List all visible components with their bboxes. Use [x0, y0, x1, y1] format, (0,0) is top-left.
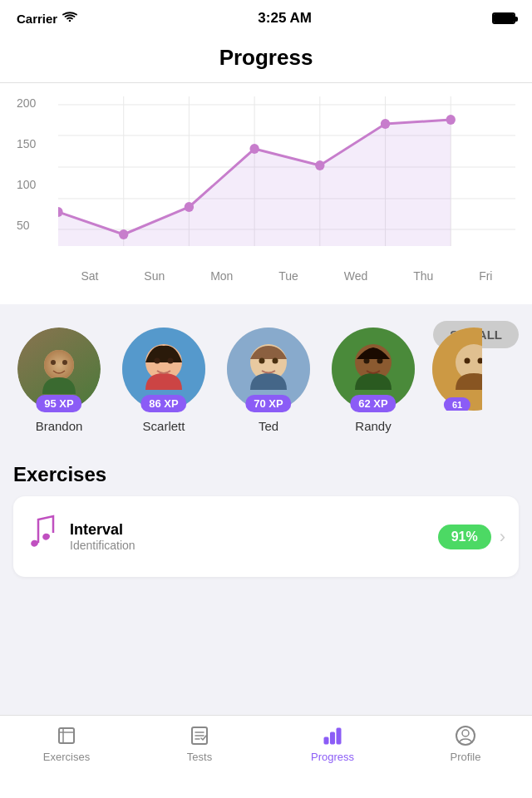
svg-point-46	[462, 730, 469, 736]
svg-point-16	[381, 119, 390, 129]
tab-exercises-label: Exercises	[43, 751, 90, 763]
tab-profile-label: Profile	[451, 751, 481, 763]
svg-point-14	[249, 144, 259, 154]
leaderboard-item: 86 XP Scarlett	[118, 328, 209, 433]
leaderboard-item: 70 XP Ted	[223, 328, 314, 433]
carrier-label: Carrier	[17, 12, 57, 26]
exercise-name: Interval	[70, 521, 425, 539]
profile-tab-icon	[454, 724, 477, 747]
exercises-title: Exercises	[13, 463, 519, 486]
svg-point-20	[51, 360, 56, 365]
svg-point-21	[62, 360, 67, 365]
tab-progress[interactable]: Progress	[266, 724, 399, 763]
exercises-tab-icon	[55, 724, 78, 747]
tab-tests[interactable]: Tests	[133, 724, 266, 763]
progress-tab-icon	[321, 724, 344, 747]
xp-badge-brandon: 95 XP	[36, 395, 81, 412]
chart-svg	[58, 96, 515, 263]
svg-rect-44	[337, 728, 341, 744]
svg-rect-38	[59, 728, 74, 743]
tests-tab-icon	[188, 724, 211, 747]
avatars-row: 95 XP Brandon 86 XP	[13, 328, 519, 433]
avatar-name-randy: Randy	[355, 419, 391, 433]
music-note-icon	[27, 513, 57, 560]
leaderboard-item: 95 XP Brandon	[13, 328, 105, 433]
avatar-name-ted: Ted	[259, 419, 278, 433]
avatar-wrapper-j: 61	[432, 328, 482, 411]
chevron-right-icon: ›	[500, 526, 505, 548]
svg-point-12	[119, 229, 128, 239]
exercise-card[interactable]: Interval Identification 91% ›	[13, 496, 519, 577]
tab-progress-label: Progress	[311, 751, 354, 763]
progress-badge: 91%	[438, 525, 491, 549]
chart-container: 200 150 100 50	[17, 96, 515, 296]
svg-point-25	[168, 358, 174, 364]
carrier-info: Carrier	[17, 12, 77, 26]
avatar-name-brandon: Brandon	[36, 419, 83, 433]
svg-point-15	[315, 160, 324, 170]
svg-point-19	[44, 350, 74, 380]
tab-tests-label: Tests	[187, 751, 212, 763]
exercise-info: Interval Identification	[70, 521, 425, 552]
svg-point-13	[185, 202, 194, 212]
chart-y-labels: 200 150 100 50	[17, 96, 36, 263]
exercise-progress: 91% ›	[438, 525, 505, 549]
svg-rect-42	[324, 737, 328, 744]
leaderboard-item: 62 XP Randy	[328, 328, 419, 433]
exercises-section: Exercises Interval Identification 91% ›	[0, 446, 532, 585]
svg-point-36	[465, 358, 470, 364]
xp-badge-j: 61	[444, 397, 470, 411]
wifi-icon	[62, 12, 77, 26]
avatar-name-scarlett: Scarlett	[143, 419, 185, 433]
tab-bar: Exercises Tests Progress Profile	[0, 715, 532, 798]
tab-profile[interactable]: Profile	[399, 724, 532, 763]
status-bar: Carrier 3:25 AM	[0, 0, 532, 37]
avatar-wrapper-ted: 70 XP	[227, 328, 310, 411]
avatar-wrapper-scarlett: 86 XP	[122, 328, 205, 411]
chart-x-labels: Sat Sun Mon Tue Wed Thu Fri	[17, 269, 515, 283]
exercise-subtitle: Identification	[70, 539, 425, 552]
svg-point-24	[155, 358, 160, 364]
tab-exercises[interactable]: Exercises	[0, 724, 133, 763]
chart-section: 200 150 100 50	[0, 83, 532, 304]
battery-icon	[492, 12, 515, 24]
avatar-wrapper-randy: 62 XP	[332, 328, 415, 411]
time-label: 3:25 AM	[258, 10, 312, 27]
avatar-wrapper-brandon: 95 XP	[17, 328, 101, 411]
xp-badge-scarlett: 86 XP	[140, 395, 186, 412]
page-header: Progress	[0, 37, 532, 83]
svg-point-17	[446, 115, 456, 125]
page-title: Progress	[0, 45, 532, 71]
svg-point-28	[259, 358, 265, 364]
leaderboard-item: 61	[432, 328, 482, 433]
svg-point-29	[273, 358, 278, 364]
xp-badge-randy: 62 XP	[350, 395, 396, 412]
xp-badge-ted: 70 XP	[245, 395, 291, 412]
leaderboard-section: SEE ALL	[0, 304, 532, 446]
svg-rect-43	[331, 732, 335, 744]
